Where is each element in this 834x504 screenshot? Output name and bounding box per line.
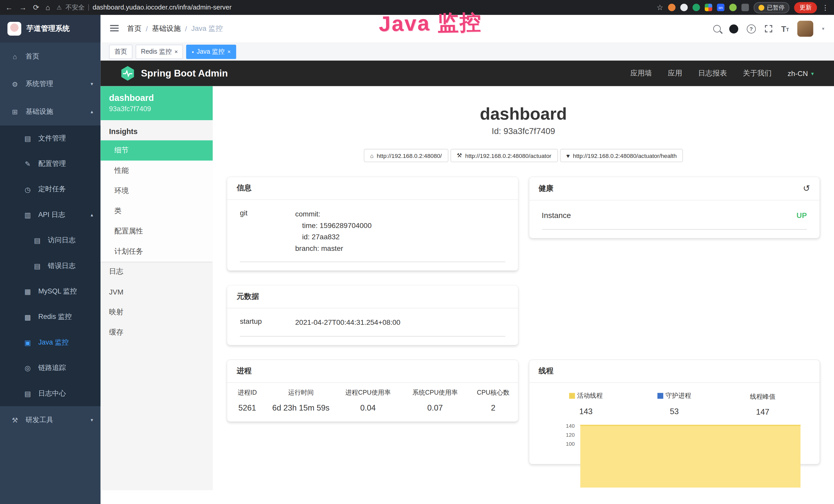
extension-icon-1[interactable] bbox=[668, 4, 676, 11]
extension-icon-4[interactable] bbox=[705, 4, 712, 11]
bookmark-star-icon[interactable]: ☆ bbox=[657, 3, 663, 12]
search-icon[interactable] bbox=[713, 25, 721, 32]
sidebar-item-api-log[interactable]: ▥ API 日志 ▴ bbox=[0, 202, 101, 228]
card-title: 线程 bbox=[539, 366, 553, 376]
sba-nav-journal[interactable]: 日志报表 bbox=[698, 69, 727, 78]
sba-nav-applications[interactable]: 应用 bbox=[668, 69, 682, 78]
sidebar-item-dev-tools[interactable]: ⚒ 研发工具 ▾ bbox=[0, 406, 101, 434]
sidebar-item-config-mgmt[interactable]: ✎ 配置管理 bbox=[0, 151, 101, 176]
sidebar-item-redis-monitor[interactable]: ▩ Redis 监控 bbox=[0, 304, 101, 329]
sba-item-logs[interactable]: 日志 bbox=[101, 261, 213, 282]
sidebar-item-infrastructure[interactable]: ⊞ 基础设施 ▴ bbox=[0, 98, 101, 125]
extension-icon-5[interactable] bbox=[729, 4, 737, 11]
sidebar-collapse-icon[interactable] bbox=[110, 25, 119, 32]
close-icon[interactable]: × bbox=[174, 48, 178, 55]
chevron-down-icon: ▾ bbox=[91, 417, 93, 423]
extension-icon-on[interactable]: on bbox=[717, 4, 724, 11]
github-icon[interactable] bbox=[729, 24, 738, 33]
extension-icon-2[interactable] bbox=[680, 4, 688, 11]
screen: ← → ⟳ ⌂ ⚠ 不安全 dashboard.yudao.iocoder.cn… bbox=[0, 0, 834, 504]
tab-home[interactable]: 首页 bbox=[109, 44, 133, 59]
sidebar-item-label: 定时任务 bbox=[38, 185, 66, 194]
mysql-icon: ▦ bbox=[23, 287, 32, 295]
y-tick: 120 bbox=[566, 432, 575, 438]
history-icon[interactable]: ↺ bbox=[803, 183, 810, 193]
breadcrumb-home[interactable]: 首页 bbox=[127, 24, 141, 33]
col-header: 运行时间 bbox=[267, 388, 334, 397]
sidebar-item-home[interactable]: ⌂ 首页 bbox=[0, 43, 101, 70]
forward-button[interactable]: → bbox=[19, 3, 27, 12]
threads-body: 活动线程 143 守护进程 53 线程峰值 14 bbox=[529, 383, 820, 464]
app-header: 首页 / 基础设施 / Java 监控 ? T T bbox=[101, 15, 834, 43]
extension-icon-3[interactable] bbox=[693, 4, 700, 11]
link-root[interactable]: ⌂ http://192.168.0.2:48080/ bbox=[364, 149, 448, 162]
link-health[interactable]: ♥ http://192.168.0.2:48080/actuator/heal… bbox=[560, 149, 683, 162]
sidebar-item-file-mgmt[interactable]: ▤ 文件管理 bbox=[0, 125, 101, 151]
cell-value: 2 bbox=[468, 403, 518, 412]
card-title: 健康 bbox=[539, 184, 553, 193]
security-label[interactable]: 不安全 bbox=[66, 3, 85, 12]
sidebar-item-error-log[interactable]: ▤ 错误日志 bbox=[0, 253, 101, 279]
sba-item-metrics[interactable]: 性能 bbox=[101, 160, 213, 181]
sidebar-item-java-monitor[interactable]: ▣ Java 监控 bbox=[0, 330, 101, 355]
cell-value: 6d 23h 15m 59s bbox=[267, 403, 334, 412]
wrench-icon: ⚒ bbox=[457, 152, 462, 159]
sba-item-config-props[interactable]: 配置属性 bbox=[101, 221, 213, 241]
sba-brand[interactable]: Spring Boot Admin bbox=[120, 66, 228, 82]
sba-item-mappings[interactable]: 映射 bbox=[101, 302, 213, 322]
tab-redis-monitor[interactable]: Redis 监控 × bbox=[136, 44, 183, 59]
extension-icon-6[interactable] bbox=[742, 4, 749, 11]
sidebar-item-log-center[interactable]: ▤ 日志中心 bbox=[0, 381, 101, 406]
tab-java-monitor[interactable]: ● Java 监控 × bbox=[186, 44, 236, 59]
chart-plot-area bbox=[579, 423, 807, 456]
url-text[interactable]: dashboard.yudao.iocoder.cn/infra/admin-s… bbox=[92, 4, 232, 11]
app-logo-row[interactable]: 芋道管理系统 bbox=[0, 15, 101, 43]
sba-item-jvm[interactable]: JVM bbox=[101, 282, 213, 302]
update-button[interactable]: 更新 bbox=[794, 2, 817, 13]
sba-item-scheduled[interactable]: 计划任务 bbox=[101, 241, 213, 261]
log-center-icon: ▤ bbox=[23, 389, 32, 397]
sidebar-item-system[interactable]: ⚙ 系统管理 ▾ bbox=[0, 70, 101, 98]
sidebar-item-label: 日志中心 bbox=[38, 389, 66, 398]
breadcrumb-infrastructure[interactable]: 基础设施 bbox=[152, 24, 181, 33]
address-bar[interactable]: ⚠ 不安全 dashboard.yudao.iocoder.cn/infra/a… bbox=[57, 3, 650, 12]
sidebar-item-trace[interactable]: ◎ 链路追踪 bbox=[0, 355, 101, 381]
sidebar-item-access-log[interactable]: ▤ 访问日志 bbox=[0, 228, 101, 253]
help-icon[interactable]: ? bbox=[747, 24, 756, 33]
sba-nav-about[interactable]: 关于我们 bbox=[743, 69, 772, 78]
card-title: 信息 bbox=[237, 183, 252, 193]
close-icon[interactable]: × bbox=[227, 48, 231, 55]
process-table: 进程ID 运行时间 进程CPU使用率 系统CPU使用率 CPU核心数 5261 … bbox=[227, 383, 518, 421]
row-value: 2021-04-27T00:44:31.254+08:00 bbox=[295, 317, 400, 329]
tab-label: Redis 监控 bbox=[141, 47, 172, 56]
font-size-icon[interactable]: T T bbox=[781, 25, 789, 32]
status-badge: UP bbox=[796, 211, 807, 220]
fullscreen-icon[interactable] bbox=[764, 24, 773, 33]
sba-nav-wallboard[interactable]: 应用墙 bbox=[630, 69, 652, 78]
avatar[interactable] bbox=[797, 21, 813, 37]
api-log-icon: ▥ bbox=[23, 211, 32, 219]
paused-badge[interactable]: 已暂停 bbox=[753, 2, 789, 13]
threads-legend: 活动线程 143 守护进程 53 线程峰值 14 bbox=[542, 385, 807, 416]
sba-instance-header[interactable]: dashboard 93a3fc7f7409 bbox=[101, 86, 213, 120]
sidebar-item-label: 系统管理 bbox=[25, 79, 53, 89]
sba-locale-select[interactable]: zh-CN ▾ bbox=[788, 69, 814, 77]
sidebar-item-scheduled-tasks[interactable]: ◷ 定时任务 bbox=[0, 177, 101, 202]
sidebar-item-label: Redis 监控 bbox=[38, 312, 72, 322]
health-row-instance: Instance UP bbox=[542, 203, 807, 230]
home-button[interactable]: ⌂ bbox=[46, 3, 50, 12]
sidebar-item-mysql-monitor[interactable]: ▦ MySQL 监控 bbox=[0, 279, 101, 304]
sba-item-classes[interactable]: 类 bbox=[101, 201, 213, 221]
col-header: CPU核心数 bbox=[468, 388, 518, 397]
sidebar-item-label: Java 监控 bbox=[38, 338, 69, 347]
browser-menu-kebab[interactable]: ⋮ bbox=[822, 3, 829, 11]
sba-item-caches[interactable]: 缓存 bbox=[101, 322, 213, 343]
reload-button[interactable]: ⟳ bbox=[33, 3, 39, 12]
back-button[interactable]: ← bbox=[5, 3, 13, 12]
git-commit-line: commit: bbox=[295, 208, 371, 220]
legend-swatch-daemon bbox=[658, 393, 663, 399]
link-actuator[interactable]: ⚒ http://192.168.0.2:48080/actuator bbox=[450, 149, 557, 162]
sba-item-details[interactable]: 细节 bbox=[101, 140, 213, 161]
sba-item-environment[interactable]: 环境 bbox=[101, 181, 213, 201]
chevron-down-icon[interactable]: ▾ bbox=[822, 26, 824, 31]
